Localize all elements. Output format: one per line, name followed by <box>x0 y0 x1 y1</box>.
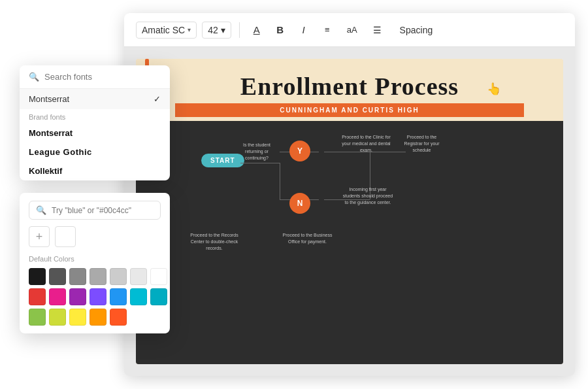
fc-block3: Incoming first year students should proc… <box>342 186 394 205</box>
toolbar: Amatic SC ▾ 42 ▾ A B I ≡ aA ☰ Spacing <box>124 13 575 47</box>
swatch-gray1[interactable] <box>49 268 66 285</box>
font-selected-label: Montserrat <box>29 94 69 104</box>
fc-n-node: N <box>289 193 310 214</box>
size-chevron-icon: ▾ <box>221 25 225 35</box>
swatch-gray5[interactable] <box>130 268 147 285</box>
canvas: Enrollment Process CUNNINGHAM AND CURTIS… <box>124 47 575 376</box>
underline-button[interactable]: A <box>248 21 266 39</box>
font-item-kollektif[interactable]: Kollektif <box>20 161 170 180</box>
swatch-yellow[interactable] <box>69 309 86 326</box>
aa-button[interactable]: aA <box>342 21 363 39</box>
font-item-league-gothic[interactable]: League Gothic <box>20 143 170 161</box>
fc-question: Is the student returning or continuing? <box>234 142 280 161</box>
slide-subtitle: CUNNINGHAM AND CURTIS HIGH <box>175 103 524 117</box>
font-selected-item[interactable]: Montserrat ✓ <box>20 89 170 109</box>
color-add-row: + <box>29 226 161 247</box>
swatch-orange[interactable] <box>90 309 106 326</box>
swatch-deep-orange[interactable] <box>110 309 127 326</box>
swatch-gray2[interactable] <box>69 268 86 285</box>
fc-y-node: Y <box>289 141 310 161</box>
swatch-red[interactable] <box>29 288 46 305</box>
swatch-black[interactable] <box>29 268 46 285</box>
color-picker-panel: 🔍 + Default Colors <box>20 193 170 333</box>
fc-block1: Proceed to the Clinic for your medical a… <box>342 134 391 153</box>
swatch-violet[interactable] <box>90 288 106 305</box>
font-size-selector[interactable]: 42 ▾ <box>202 22 231 39</box>
slide-body: START Is the student returning or contin… <box>136 121 563 364</box>
color-search-icon: 🔍 <box>36 205 46 215</box>
slide-title: Enrollment Process <box>155 72 544 101</box>
font-search-input[interactable] <box>44 72 161 82</box>
font-selector[interactable]: Amatic SC ▾ <box>136 22 197 39</box>
search-icon: 🔍 <box>29 72 39 82</box>
font-dropdown-panel: 🔍 Montserrat ✓ Brand fonts Montserrat Le… <box>20 65 170 180</box>
font-item-montserrat[interactable]: Montserrat <box>20 124 170 143</box>
fc-block5: Proceed to the Business Office for payme… <box>280 232 335 245</box>
swatch-teal[interactable] <box>130 288 147 305</box>
list-button[interactable]: ☰ <box>368 21 387 39</box>
fc-line-1 <box>240 163 280 163</box>
fc-block4: Proceed to the Records Center to double-… <box>188 232 240 251</box>
fc-line-2 <box>280 163 280 199</box>
editor-container: Amatic SC ▾ 42 ▾ A B I ≡ aA ☰ Spacing <box>124 13 575 376</box>
swatch-gray4[interactable] <box>110 268 127 285</box>
spacing-button[interactable]: Spacing <box>395 22 438 38</box>
swatch-pink[interactable] <box>49 288 66 305</box>
swatch-cyan[interactable] <box>150 288 167 305</box>
swatch-lime[interactable] <box>49 309 66 326</box>
color-grid <box>29 268 161 326</box>
fc-block2: Proceed to the Registrar for your schedu… <box>397 134 446 153</box>
font-search-row: 🔍 <box>20 65 170 89</box>
color-search-row: 🔍 <box>29 201 161 220</box>
color-add-button[interactable]: + <box>29 226 50 247</box>
slide-header: Enrollment Process CUNNINGHAM AND CURTIS… <box>136 59 563 126</box>
italic-button[interactable]: I <box>295 21 313 39</box>
cursor-icon: 👆 <box>487 82 501 96</box>
separator-1 <box>239 22 240 38</box>
color-custom-swatch[interactable] <box>55 226 76 247</box>
color-search-input[interactable] <box>52 206 154 215</box>
swatch-white[interactable] <box>150 268 167 285</box>
swatch-blue[interactable] <box>110 288 127 305</box>
slide: Enrollment Process CUNNINGHAM AND CURTIS… <box>136 59 563 364</box>
bold-button[interactable]: B <box>271 21 289 39</box>
swatch-purple[interactable] <box>69 288 86 305</box>
swatch-gray3[interactable] <box>90 268 106 285</box>
flowchart: START Is the student returning or contin… <box>149 134 550 351</box>
checkmark-icon: ✓ <box>154 94 161 104</box>
font-size-label: 42 <box>208 25 218 35</box>
font-chevron-icon: ▾ <box>188 26 191 33</box>
font-section-label: Brand fonts <box>20 109 170 124</box>
font-name-label: Amatic SC <box>142 25 185 35</box>
align-button[interactable]: ≡ <box>318 21 336 39</box>
color-section-label: Default Colors <box>29 255 161 263</box>
swatch-green[interactable] <box>29 309 46 326</box>
